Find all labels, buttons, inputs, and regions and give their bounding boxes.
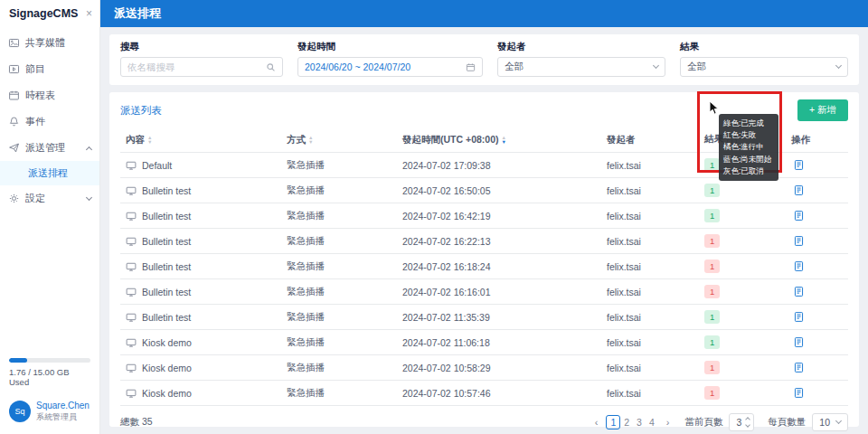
content-cell: Kiosk demo [142,388,192,399]
result-badge[interactable]: 1 [704,361,720,374]
method-cell: 緊急插播 [281,381,397,406]
time-cell: 2024-07-02 16:22:13 [397,229,601,254]
prev-page-icon[interactable]: ‹ [593,417,600,428]
detail-report-icon[interactable] [791,208,807,223]
page-header: 派送排程 [100,0,868,27]
sidebar-collapse-icon[interactable]: × [86,7,92,20]
current-page-value: 3 [736,417,741,428]
page-title: 派送排程 [114,5,161,22]
column-header-time[interactable]: 發起時間(UTC +08:00)▲▼ [397,127,601,153]
content-cell: Default [142,160,172,171]
storage-bar-fill [9,358,27,363]
date-range-picker[interactable]: 2024/06/20 ~ 2024/07/20 [297,57,483,77]
initiator-select[interactable]: 全部 [497,57,665,77]
table-row: Kiosk demo 緊急插播 2024-07-02 10:58:29 feli… [120,355,848,381]
result-badge[interactable]: 1 [704,158,720,172]
result-badge[interactable]: 1 [704,386,720,400]
list-title: 派送列表 [120,104,162,118]
page-number-button[interactable]: 3 [633,416,646,429]
result-badge[interactable]: 1 [704,335,720,349]
search-box [120,57,283,77]
table-row: Bulletin test 緊急插播 2024-07-02 16:22:13 f… [120,229,848,254]
bell-icon [8,116,20,127]
page-size-select[interactable]: 10 [812,413,848,431]
sidebar-item-shared-media[interactable]: 共享媒體 [0,30,99,56]
initiator-cell: felix.tsai [601,203,699,229]
initiator-cell: felix.tsai [601,381,699,406]
result-badge[interactable]: 1 [704,209,720,222]
sidebar-item-dispatch-management[interactable]: 派送管理 [0,135,99,161]
sidebar-menu: 共享媒體 節目 時程表 事件 [0,27,99,212]
method-cell: 緊急插播 [281,203,397,229]
user-profile[interactable]: Sq Square.Chen 系統管理員 [0,391,99,434]
detail-report-icon[interactable] [791,335,807,350]
table-body: Default 緊急插播 2024-07-02 17:09:38 felix.t… [120,153,848,406]
result-select[interactable]: 全部 [680,57,848,77]
next-page-icon[interactable]: › [665,417,672,428]
detail-report-icon[interactable] [791,259,807,274]
program-icon [8,63,20,75]
sidebar-item-program[interactable]: 節目 [0,56,99,82]
sidebar-item-settings[interactable]: 設定 [0,185,99,212]
sidebar-item-label: 派送管理 [25,141,65,155]
result-badge[interactable]: 1 [704,234,720,248]
sidebar-item-label: 設定 [25,192,45,205]
result-badge[interactable]: 1 [704,184,720,197]
current-page-input[interactable]: 3 [729,413,754,431]
filter-bar: 搜尋 發起時間 2024/06/20 ~ 2024/07/20 [109,34,859,85]
chevron-down-icon [835,418,842,424]
sidebar-subitem-dispatch-schedule[interactable]: 派送排程 [0,161,99,185]
result-filter-label: 結果 [680,41,848,53]
total-count: 總數 35 [120,416,153,429]
storage-usage: 1.76 / 15.00 GB Used [0,353,99,391]
result-badge[interactable]: 1 [704,310,720,324]
initiator-cell: felix.tsai [601,178,699,203]
sort-icon[interactable]: ▲▼ [147,136,152,144]
media-icon [8,37,20,49]
detail-report-icon[interactable] [791,360,807,375]
tooltip-line: 藍色:尚未開始 [723,154,774,165]
detail-report-icon[interactable] [791,309,807,325]
content-type-icon [126,363,137,373]
content-type-icon [126,287,137,297]
sidebar-item-event[interactable]: 事件 [0,108,99,135]
content-cell: Bulletin test [142,261,191,272]
calendar-icon [466,62,476,72]
chevron-down-icon [86,194,92,201]
detail-report-icon[interactable] [791,233,807,249]
content-cell: Bulletin test [142,236,191,247]
sort-icon[interactable]: ▲▼ [308,136,313,144]
page-number-button[interactable]: 1 [606,415,620,429]
table-row: Kiosk demo 緊急插播 2024-07-02 11:06:18 feli… [120,330,848,355]
table-row: Bulletin test 緊急插播 2024-07-02 16:42:19 f… [120,203,848,229]
content-cell: Bulletin test [142,287,191,297]
initiator-cell: felix.tsai [601,229,699,254]
page-number-button[interactable]: 4 [646,416,658,429]
page-size-label: 每頁數量 [768,416,806,429]
tooltip-line: 灰色:已取消 [723,165,774,177]
page-number-button[interactable]: 2 [620,416,633,429]
chevron-down-icon [653,62,659,69]
page-size-value: 10 [819,417,830,428]
sort-icon-active-desc[interactable]: ▲▼ [501,136,505,144]
sidebar-item-schedule[interactable]: 時程表 [0,82,99,108]
content-type-icon [126,388,137,399]
detail-report-icon[interactable] [791,385,807,401]
spinner-icons[interactable] [746,418,750,427]
storage-bar [9,358,90,363]
result-badge[interactable]: 1 [704,259,720,273]
content-type-icon [126,160,137,171]
column-header-content[interactable]: 內容▲▼ [120,127,281,153]
method-cell: 緊急插播 [281,305,397,330]
detail-report-icon[interactable] [791,157,807,173]
sidebar: SignageCMS × 共享媒體 節目 時程表 [0,0,100,434]
detail-report-icon[interactable] [791,183,807,198]
add-button[interactable]: + 新增 [797,99,848,121]
search-input[interactable] [127,61,260,72]
column-header-method[interactable]: 方式▲▼ [281,127,397,153]
table-row: Bulletin test 緊急插播 2024-07-02 11:35:39 f… [120,305,848,330]
result-badge[interactable]: 1 [704,285,720,298]
search-icon[interactable] [266,62,276,72]
detail-report-icon[interactable] [791,284,807,299]
main-area: 派送排程 搜尋 發起時間 2024/06/20 ~ 20 [100,0,868,434]
